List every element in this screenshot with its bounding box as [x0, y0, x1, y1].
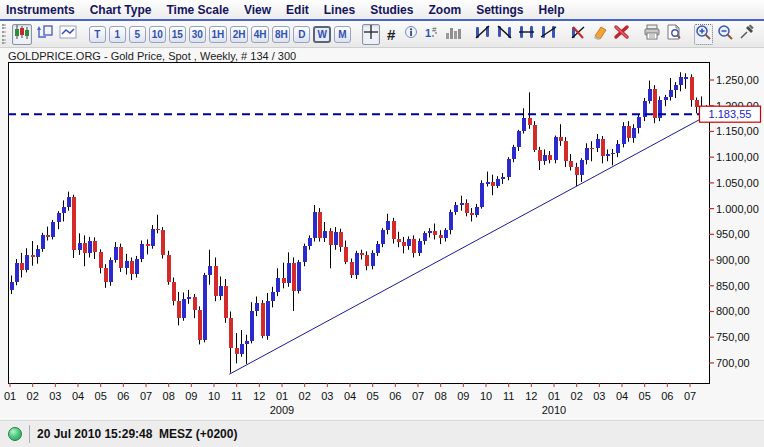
zoom-out-button[interactable] — [716, 24, 735, 45]
remove-line-icon — [569, 24, 586, 44]
svg-text:05: 05 — [367, 390, 379, 402]
connection-status-icon — [8, 427, 22, 441]
svg-text:05: 05 — [95, 390, 107, 402]
menu-item-view[interactable]: View — [244, 3, 271, 17]
timeframe-button-15m[interactable]: 15 — [169, 26, 186, 43]
svg-text:750,00: 750,00 — [716, 331, 750, 343]
info-icon — [404, 25, 418, 43]
svg-text:#: # — [432, 25, 437, 34]
grid-icon: # — [387, 26, 395, 43]
svg-text:2010: 2010 — [542, 404, 566, 416]
statusbar: 20 Jul 2010 15:29:48 MESZ (+0200) — [0, 420, 764, 447]
svg-text:02: 02 — [299, 390, 311, 402]
cross-line-icon — [540, 24, 557, 44]
chart-window: Instruments Chart Type Time Scale View E… — [0, 0, 764, 447]
menu-item-lines[interactable]: Lines — [324, 3, 355, 17]
volume-button[interactable] — [444, 24, 462, 45]
svg-text:1.000,00: 1.000,00 — [716, 203, 759, 215]
svg-text:05: 05 — [639, 390, 651, 402]
volume-icon — [445, 25, 461, 43]
svg-text:900,00: 900,00 — [716, 254, 750, 266]
svg-text:12: 12 — [525, 390, 537, 402]
toolbar: T 1 5 10 15 30 1H 2H 4H 8H D W M # — [0, 21, 764, 48]
trendline-up-button[interactable] — [473, 24, 492, 45]
timeframe-button-8h[interactable]: 8H — [272, 26, 290, 43]
svg-text:10: 10 — [480, 390, 492, 402]
timeframe-button-5m[interactable]: 5 — [129, 26, 146, 43]
trendline-up-icon — [474, 24, 491, 44]
timeframe-button-1h[interactable]: 1H — [209, 26, 227, 43]
timeframe-button-4h[interactable]: 4H — [251, 26, 269, 43]
svg-text:01: 01 — [276, 390, 288, 402]
svg-text:03: 03 — [321, 390, 333, 402]
svg-text:06: 06 — [117, 390, 129, 402]
svg-text:08: 08 — [435, 390, 447, 402]
menu-item-edit[interactable]: Edit — [286, 3, 309, 17]
svg-text:04: 04 — [616, 390, 628, 402]
pin-icon — [739, 24, 755, 44]
menu-item-settings[interactable]: Settings — [476, 3, 523, 17]
svg-text:06: 06 — [661, 390, 673, 402]
timeframe-button-10m[interactable]: 10 — [149, 26, 166, 43]
chart-canvas[interactable]: 1.250,001.200,001.150,001.100,001.050,00… — [0, 48, 764, 420]
svg-text:09: 09 — [457, 390, 469, 402]
price-count-icon: 1 # — [424, 24, 440, 44]
timeframe-button-tick[interactable]: T — [89, 26, 106, 43]
timeframe-button-2h[interactable]: 2H — [230, 26, 248, 43]
svg-text:1: 1 — [425, 27, 431, 39]
print-preview-button[interactable] — [665, 24, 683, 45]
svg-text:1.100,00: 1.100,00 — [716, 151, 759, 163]
timeframe-button-1m[interactable]: 1 — [109, 26, 126, 43]
timeframe-button-week[interactable]: W — [313, 26, 331, 43]
svg-text:06: 06 — [389, 390, 401, 402]
svg-text:850,00: 850,00 — [716, 280, 750, 292]
timeframe-button-30m[interactable]: 30 — [189, 26, 206, 43]
auto-shift-icon — [36, 24, 54, 44]
candlestick-chart-button[interactable] — [12, 24, 32, 45]
remove-line-button[interactable] — [568, 24, 587, 45]
menu-item-studies[interactable]: Studies — [370, 3, 413, 17]
menu-item-time-scale[interactable]: Time Scale — [166, 3, 228, 17]
print-button[interactable] — [642, 24, 662, 45]
svg-text:01: 01 — [4, 390, 16, 402]
crosshair-button[interactable] — [362, 24, 380, 45]
trendline-down-button[interactable] — [495, 24, 514, 45]
grid-button[interactable]: # — [383, 24, 400, 45]
menu-item-help[interactable]: Help — [538, 3, 564, 17]
delete-all-button[interactable] — [612, 24, 631, 45]
svg-text:07: 07 — [140, 390, 152, 402]
svg-text:04: 04 — [344, 390, 356, 402]
price-count-button[interactable]: 1 # — [423, 24, 441, 45]
delete-all-icon — [613, 24, 630, 44]
eraser-button[interactable] — [590, 24, 609, 45]
auto-shift-button[interactable] — [35, 24, 55, 45]
print-preview-icon — [666, 24, 682, 44]
horizontal-line-button[interactable] — [517, 24, 536, 45]
svg-text:03: 03 — [593, 390, 605, 402]
toolbar-grip[interactable] — [2, 24, 6, 44]
pin-button[interactable] — [738, 24, 756, 45]
timeframe-button-month[interactable]: M — [334, 26, 351, 43]
svg-text:11: 11 — [503, 390, 514, 402]
horizontal-line-icon — [518, 24, 535, 44]
svg-text:08: 08 — [163, 390, 175, 402]
svg-text:1.250,00: 1.250,00 — [716, 74, 759, 86]
zoom-out-icon — [717, 24, 734, 44]
svg-text:07: 07 — [412, 390, 424, 402]
svg-text:01: 01 — [548, 390, 560, 402]
menu-item-zoom[interactable]: Zoom — [428, 3, 461, 17]
trendline-down-icon — [496, 24, 513, 44]
menu-item-chart-type[interactable]: Chart Type — [90, 3, 152, 17]
candlestick-chart-icon — [13, 24, 31, 44]
svg-text:11: 11 — [231, 390, 242, 402]
zoom-in-icon — [695, 24, 712, 44]
info-button[interactable] — [403, 24, 420, 45]
line-chart-button[interactable] — [58, 24, 78, 45]
timeframe-button-day[interactable]: D — [293, 26, 310, 43]
svg-text:09: 09 — [185, 390, 197, 402]
statusbar-timestamp: 20 Jul 2010 15:29:48 MESZ (+0200) — [37, 427, 237, 441]
cross-line-button[interactable] — [539, 24, 558, 45]
menu-item-instruments[interactable]: Instruments — [6, 3, 75, 17]
zoom-in-button[interactable] — [694, 24, 713, 45]
chart-panel: GOLDPRICE.ORG - Gold Price, Spot , Weekl… — [0, 48, 764, 420]
